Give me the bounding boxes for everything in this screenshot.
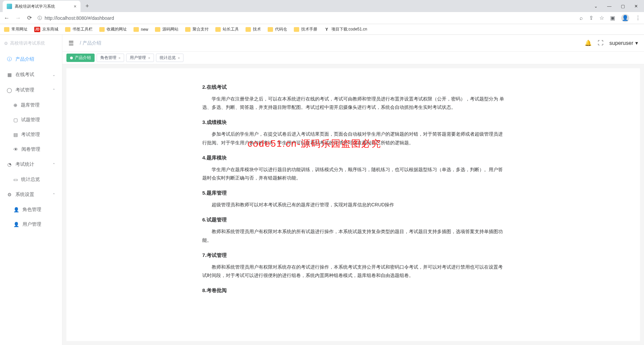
breadcrumb: / 产品介绍 [80,40,101,46]
info-icon: ⓘ [7,57,12,62]
url-text: http://localhost:8080/#/dashboard [45,15,114,21]
sidebar-sub-review[interactable]: 👁阅卷管理 [0,142,62,157]
share-icon[interactable]: ⇪ [589,15,593,21]
tab-user-manage[interactable]: 用户管理× [126,54,154,62]
bell-icon[interactable]: 🔔 [585,40,592,47]
folder-icon [65,27,70,32]
section-heading: 8.考卷批阅 [202,286,504,295]
reload-button[interactable]: ⟳ [26,14,33,21]
sidebar-item-label: 考试管理 [15,87,34,93]
note-icon: ▢ [13,117,18,123]
bookmark-item[interactable]: 站长工具 [215,26,239,32]
sidebar-sub-role-manage[interactable]: 👤角色管理 [0,202,62,217]
section-paragraph: 学生用户在注册登录之后，可以在本系统进行在线的考试，考试可由教师和管理员进行布置… [202,95,504,112]
info-icon: ⓘ [38,15,42,21]
panel-icon[interactable]: ▣ [610,15,615,21]
search-icon[interactable]: ⌕ [580,15,583,21]
browser-tab[interactable]: 高校培训考试学习系统 × [3,1,80,12]
bookmark-item[interactable]: 常用网址 [4,26,28,32]
bookmark-item[interactable]: 技术 [246,26,261,32]
section-paragraph: 参加考试后的学生用户，在提交试卷后进入考试结果页面，页面会自动核对学生用户的逻辑… [202,130,504,147]
sidebar-sub-question-bank[interactable]: ⊕题库管理 [0,98,62,113]
folder-icon [294,27,299,32]
section-paragraph: 超级管理员和教师可以对本考试系统已有的题库进行管理，实现对题库信息的CRUD操作 [202,201,504,209]
profile-avatar[interactable]: 👤 [621,14,629,22]
menu-icon[interactable]: ⋮ [635,15,641,21]
section-heading: 5.题库管理 [202,188,504,197]
maximize-icon[interactable]: ▢ [621,4,625,9]
folder-icon [185,27,191,32]
circle-icon: ◯ [7,87,12,93]
grid-icon: ▦ [7,72,12,77]
section-paragraph: 学生用户在题库模块中可以进行题目的功能训练，训练模式分为，顺序练习，随机练习，也… [202,165,504,182]
back-button[interactable]: ← [3,15,10,21]
target-icon: ⊕ [13,102,17,108]
user-dropdown[interactable]: superuser ▾ [609,40,638,46]
tab-stats-overview[interactable]: 统计总览× [156,54,183,62]
topbar: ☰ / 产品介绍 🔔 ⛶ superuser ▾ [62,35,644,52]
window-controls: ⌄ ― ▢ ✕ [594,4,644,9]
bookmark-item[interactable]: 聚合支付 [185,26,209,32]
address-bar: ← → ⟳ ⓘ http://localhost:8080/#/dashboar… [0,12,644,24]
sidebar-item-exam-manage[interactable]: ◯ 考试管理 ⌃ [0,82,62,98]
hamburger-icon[interactable]: ☰ [68,40,74,47]
tab-product-intro[interactable]: 产品介绍 [66,54,95,62]
tab-role-manage[interactable]: 角色管理× [97,54,124,62]
chevron-up-icon: ⌃ [52,88,55,92]
close-icon[interactable]: × [178,56,180,60]
sidebar-sub-user-manage[interactable]: 👤用户管理 [0,217,62,232]
tab-favicon [7,4,12,9]
forward-button[interactable]: → [15,15,21,21]
section-heading: 6.试题管理 [202,215,504,224]
section-heading: 3.成绩模块 [202,118,504,127]
section-paragraph: 教师和系统管理员用户有权限对本系统的所有试题进行操作，本系统试题支持复杂类型的题… [202,227,504,244]
close-icon[interactable]: × [118,56,120,60]
folder-icon [155,27,160,32]
tab-title: 高校培训考试学习系统 [15,4,71,9]
chart-icon: ▭ [13,177,18,182]
chevron-down-icon: ⌄ [52,73,55,77]
chevron-up-icon: ⌃ [52,162,55,167]
fullscreen-icon[interactable]: ⛶ [598,40,603,47]
sidebar-item-label: 在线考试 [15,72,34,78]
minimize-icon[interactable]: ― [607,4,611,9]
section-heading: 4.题库模块 [202,153,504,162]
bookmark-item[interactable]: 收藏的网址 [99,26,127,32]
user-icon: 👤 [13,222,19,227]
sidebar-item-product-intro[interactable]: ⓘ 产品介绍 [0,52,62,67]
sidebar-title: ⚙ 高校培训考试系统 [0,35,62,52]
folder-icon [215,27,221,32]
url-input[interactable]: ⓘ http://localhost:8080/#/dashboard [38,15,575,21]
document-icon: ▤ [13,132,18,137]
bookmark-item[interactable]: 书签工具栏 [65,26,93,32]
folder-icon [246,27,251,32]
close-window-icon[interactable]: ✕ [634,4,638,9]
browser-tab-bar: 高校培训考试学习系统 × + ⌄ ― ▢ ✕ [0,0,644,12]
folder-icon [268,27,273,32]
caret-down-icon: ▾ [635,40,638,46]
document-body: 2.在线考试 学生用户在注册登录之后，可以在本系统进行在线的考试，考试可由教师和… [202,82,504,295]
bookmark-item[interactable]: 源码网站 [155,26,178,32]
new-tab-button[interactable]: + [83,1,92,11]
sidebar-sub-stats-overview[interactable]: ▭统计总览 [0,172,62,187]
sidebar-item-system-settings[interactable]: ⚙ 系统设置 ⌃ [0,187,62,202]
bookmark-item[interactable]: 技术手册 [294,26,317,32]
bookmark-item[interactable]: JD京东商城 [34,26,58,32]
gear-icon: ⚙ [7,192,12,197]
star-icon[interactable]: ☆ [599,15,604,21]
chevron-up-icon: ⌃ [52,193,55,197]
bookmark-item[interactable]: Y项目下载:code51.cn [324,26,367,32]
sidebar-item-online-exam[interactable]: ▦ 在线考试 ⌄ [0,67,62,82]
sidebar-item-label: 产品介绍 [15,56,34,62]
tab-close-icon[interactable]: × [74,4,76,9]
sidebar-item-exam-stats[interactable]: ◔ 考试统计 ⌃ [0,157,62,172]
bookmark-item[interactable]: 代码仓 [268,26,287,32]
close-icon[interactable]: × [148,56,150,60]
sidebar-sub-questions[interactable]: ▢试题管理 [0,113,62,127]
bookmark-item[interactable]: new [133,27,148,32]
sidebar-sub-exam[interactable]: ▤考试管理 [0,127,62,142]
folder-icon [99,27,105,32]
user-icon: 👤 [13,207,19,212]
sidebar: ⚙ 高校培训考试系统 ⓘ 产品介绍 ▦ 在线考试 ⌄ ◯ 考试管理 ⌃ ⊕题库管… [0,35,62,345]
chevron-down-icon[interactable]: ⌄ [594,4,598,9]
